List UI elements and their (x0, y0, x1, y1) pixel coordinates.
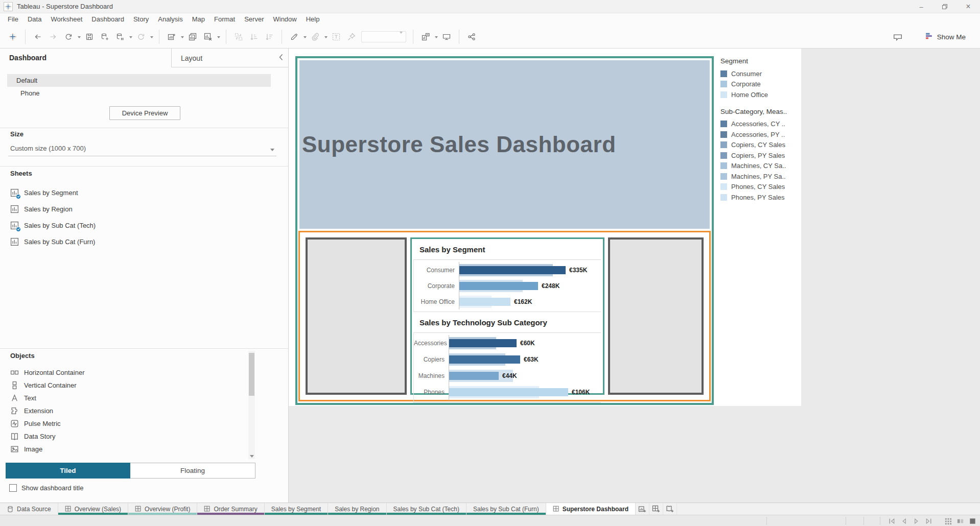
undo-button[interactable] (30, 29, 45, 45)
menu-worksheet[interactable]: Worksheet (46, 13, 87, 26)
legend-item[interactable]: Machines, PY Sa.. (720, 171, 801, 182)
new-worksheet-button[interactable] (164, 29, 179, 45)
clear-sheet-button[interactable] (200, 29, 216, 45)
menu-data[interactable]: Data (23, 13, 46, 26)
sheet-tab-order-summary[interactable]: Order Summary (197, 503, 264, 515)
object-item-data-story[interactable]: Data Story (7, 430, 242, 443)
minimize-icon[interactable]: – (909, 0, 933, 13)
filmstrip-view-icon[interactable] (955, 516, 965, 525)
new-dashboard-tab-button[interactable] (649, 503, 663, 515)
sales-by-segment-sheet[interactable]: Sales by Segment Consumer€335KCorporate€… (412, 245, 603, 312)
blank-tile-right[interactable] (608, 237, 704, 395)
fit-select[interactable] (361, 31, 406, 42)
replay-button[interactable] (61, 29, 76, 45)
sheet-tab-data-source[interactable]: Data Source (0, 503, 58, 515)
sheet-item[interactable]: Sales by Sub Cat (Tech) (7, 217, 263, 233)
blank-tile-left[interactable] (306, 237, 407, 395)
object-item-image[interactable]: Image (7, 443, 242, 456)
tableau-logo-button[interactable] (5, 29, 20, 45)
tooltip-icon[interactable] (890, 29, 905, 45)
menu-server[interactable]: Server (240, 13, 268, 26)
sheet-item[interactable]: Sales by Region (7, 201, 263, 217)
cy-sales-bar[interactable] (449, 355, 520, 364)
sheet-tab-overview-profit-[interactable]: Overview (Profit) (128, 503, 197, 515)
chevron-down-icon[interactable] (129, 36, 132, 38)
sheet-item[interactable]: Sales by Segment (7, 184, 263, 201)
sales-by-subcategory-sheet[interactable]: Sales by Technology Sub Category Accesso… (412, 318, 603, 403)
presentation-mode-button[interactable] (439, 29, 454, 45)
sheet-tab-sales-by-sub-cat-furn-[interactable]: Sales by Sub Cat (Furn) (466, 503, 546, 515)
sheet-tab-sales-by-segment[interactable]: Sales by Segment (265, 503, 328, 515)
first-page-icon[interactable] (887, 516, 896, 525)
cy-sales-bar[interactable] (449, 339, 517, 347)
object-item-horizontal-container[interactable]: Horizontal Container (7, 366, 242, 379)
scrollbar-thumb[interactable] (249, 353, 254, 396)
sheet-tab-overview-sales-[interactable]: Overview (Sales) (58, 503, 128, 515)
sheet-item[interactable]: Sales by Sub Cat (Furn) (7, 233, 263, 250)
dashboard-zone[interactable]: Superstore Sales Dashboard Sales by Segm… (295, 56, 714, 405)
cy-sales-bar[interactable] (449, 372, 499, 380)
device-preview-button[interactable]: Device Preview (109, 106, 180, 120)
objects-scrollbar[interactable] (248, 351, 255, 459)
dashboard-title-tile[interactable]: Superstore Sales Dashboard (299, 60, 710, 229)
restore-icon[interactable] (933, 0, 956, 13)
menu-help[interactable]: Help (301, 13, 324, 26)
tab-dashboard[interactable]: Dashboard (0, 49, 171, 67)
last-page-icon[interactable] (924, 516, 933, 525)
cy-sales-bar[interactable] (459, 282, 538, 290)
chevron-down-icon[interactable] (181, 36, 184, 38)
cy-sales-bar[interactable] (449, 388, 568, 396)
tiled-button[interactable]: Tiled (6, 463, 130, 479)
duplicate-sheet-button[interactable] (185, 29, 200, 45)
cy-sales-bar[interactable] (459, 266, 566, 274)
menu-story[interactable]: Story (129, 13, 153, 26)
object-item-pulse-metric[interactable]: Pulse Metric (7, 417, 242, 430)
save-button[interactable] (82, 29, 97, 45)
floating-button[interactable]: Floating (130, 463, 255, 479)
show-dashboard-title-checkbox[interactable] (9, 484, 17, 492)
previous-page-icon[interactable] (899, 516, 908, 525)
menu-dashboard[interactable]: Dashboard (87, 13, 129, 26)
chevron-down-icon[interactable] (270, 149, 274, 151)
menu-file[interactable]: File (3, 13, 23, 26)
share-button[interactable] (464, 29, 479, 45)
legend-item[interactable]: Machines, CY Sa.. (720, 161, 801, 172)
menu-map[interactable]: Map (188, 13, 209, 26)
chevron-down-icon[interactable] (435, 36, 438, 38)
sheet-tab-superstore-dashboard[interactable]: Superstore Dashboard (546, 503, 636, 515)
legend-item[interactable]: Accessories, CY .. (720, 119, 801, 130)
legend-item[interactable]: Copiers, CY Sales (720, 140, 801, 151)
sheet-tab-sales-by-sub-cat-tech-[interactable]: Sales by Sub Cat (Tech) (387, 503, 466, 515)
menu-analysis[interactable]: Analysis (153, 13, 187, 26)
size-value-dropdown[interactable]: Custom size (1000 x 700) (10, 145, 86, 152)
legend-item[interactable]: Accessories, PY .. (720, 129, 801, 140)
legend-item[interactable]: Corporate (720, 79, 801, 90)
horizontal-container-zone[interactable]: Sales by Segment Consumer€335KCorporate€… (298, 231, 711, 401)
object-item-vertical-container[interactable]: Vertical Container (7, 379, 242, 392)
collapse-pane-icon[interactable] (279, 54, 283, 63)
highlight-button[interactable] (287, 29, 302, 45)
sheet-tab-sales-by-region[interactable]: Sales by Region (328, 503, 386, 515)
current-sheet-view-icon[interactable] (968, 516, 977, 525)
tab-layout[interactable]: Layout (171, 49, 288, 67)
close-icon[interactable]: × (956, 0, 980, 13)
legend-item[interactable]: Phones, CY Sales (720, 182, 801, 193)
chevron-down-icon[interactable] (304, 36, 307, 38)
new-story-tab-button[interactable] (663, 503, 677, 515)
object-item-extension[interactable]: Extension (7, 404, 242, 417)
legend-item[interactable]: Home Office (720, 89, 801, 100)
chevron-down-icon[interactable] (217, 36, 220, 38)
next-page-icon[interactable] (912, 516, 921, 525)
pause-auto-updates-button[interactable] (112, 29, 128, 45)
show-me-button[interactable]: Show Me (925, 32, 966, 42)
show-mark-labels-button[interactable] (418, 29, 433, 45)
object-item-text[interactable]: Text (7, 392, 242, 404)
scroll-down-icon[interactable] (250, 455, 254, 458)
sheet-sorter-view-icon[interactable] (943, 516, 952, 525)
legend-item[interactable]: Copiers, PY Sales (720, 150, 801, 161)
new-worksheet-tab-button[interactable] (636, 503, 649, 515)
device-option-phone[interactable]: Phone (7, 87, 271, 100)
device-option-default[interactable]: Default (7, 74, 271, 87)
legend-item[interactable]: Phones, PY Sales (720, 192, 801, 203)
charts-container-zone[interactable]: Sales by Segment Consumer€335KCorporate€… (410, 237, 604, 395)
